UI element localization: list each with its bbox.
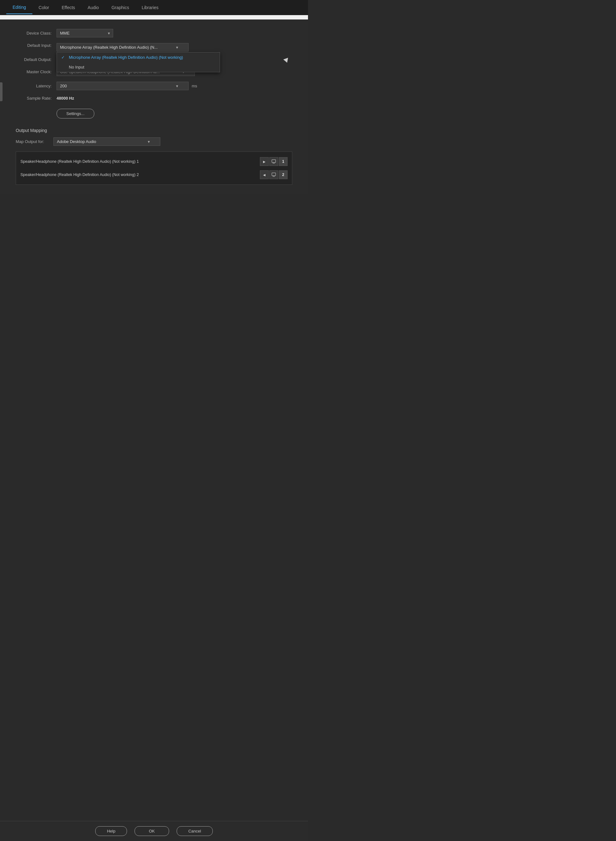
- output-row-2-play-btn[interactable]: ◀: [260, 170, 269, 179]
- output-row-2-monitor-btn[interactable]: [269, 170, 278, 179]
- separator-bar: [0, 15, 308, 19]
- sample-rate-label: Sample Rate:: [16, 96, 57, 101]
- master-clock-label: Master Clock:: [16, 69, 57, 74]
- default-input-dropdown-container: Microphone Array (Realtek High Definitio…: [57, 43, 189, 51]
- output-row-2-label: Speaker/Headphone (Realtek High Definiti…: [21, 173, 260, 177]
- output-mapping-section: Output Mapping Map Output for: Adobe Des…: [16, 128, 292, 185]
- tab-audio[interactable]: Audio: [81, 1, 105, 14]
- latency-label: Latency:: [16, 84, 57, 88]
- output-row-1-label: Speaker/Headphone (Realtek High Definiti…: [21, 159, 260, 164]
- default-input-value: Microphone Array (Realtek High Definitio…: [60, 45, 173, 50]
- sample-rate-value: 48000 Hz: [57, 96, 74, 101]
- device-class-select-wrapper[interactable]: MME ASIO DirectSound ▼: [57, 29, 113, 37]
- tab-effects[interactable]: Effects: [55, 1, 81, 14]
- latency-select[interactable]: 200 ▼: [57, 82, 189, 90]
- tab-libraries[interactable]: Libraries: [135, 1, 165, 14]
- default-input-arrow: ▼: [175, 45, 179, 49]
- latency-value: 200: [60, 84, 173, 88]
- output-row-1-monitor-btn[interactable]: [269, 157, 278, 166]
- output-row-2-controls: ◀ 2: [260, 170, 287, 179]
- menu-item-no-input[interactable]: No Input: [57, 62, 220, 72]
- output-row-1-play-btn[interactable]: ▶: [260, 157, 269, 166]
- latency-row: Latency: 200 ▼ ms: [16, 82, 292, 90]
- default-output-label: Default Output:: [16, 57, 57, 62]
- output-row-1-number: 1: [279, 157, 287, 166]
- latency-unit: ms: [192, 84, 197, 88]
- menu-item-no-input-label: No Input: [69, 65, 84, 69]
- map-output-label: Map Output for:: [16, 139, 53, 144]
- top-navigation: Editing Color Effects Audio Graphics Lib…: [0, 0, 308, 15]
- svg-rect-1: [273, 163, 275, 163]
- output-table: Speaker/Headphone (Realtek High Definiti…: [16, 151, 292, 185]
- latency-arrow: ▼: [175, 84, 179, 88]
- svg-rect-0: [272, 160, 276, 163]
- map-output-row: Map Output for: Adobe Desktop Audio ▼: [16, 137, 292, 146]
- left-scroll-indicator: [0, 82, 3, 101]
- menu-item-mic-array-label: Microphone Array (Realtek High Definitio…: [69, 55, 183, 60]
- output-row-1: Speaker/Headphone (Realtek High Definiti…: [21, 155, 287, 167]
- output-mapping-title: Output Mapping: [16, 128, 292, 133]
- default-input-label: Default Input:: [16, 43, 57, 48]
- svg-rect-2: [272, 173, 276, 176]
- device-class-row: Device Class: MME ASIO DirectSound ▼: [16, 29, 292, 37]
- tab-graphics[interactable]: Graphics: [105, 1, 135, 14]
- map-output-select[interactable]: Adobe Desktop Audio ▼: [53, 137, 160, 146]
- device-class-select[interactable]: MME ASIO DirectSound: [57, 29, 113, 37]
- tab-color[interactable]: Color: [32, 1, 55, 14]
- output-row-2: Speaker/Headphone (Realtek High Definiti…: [21, 169, 287, 181]
- check-icon: ✓: [61, 55, 66, 60]
- svg-rect-3: [273, 176, 275, 177]
- map-output-arrow: ▼: [147, 140, 151, 144]
- no-check-icon: [61, 65, 66, 69]
- default-input-row: Default Input: Microphone Array (Realtek…: [16, 43, 292, 51]
- output-row-1-controls: ▶ 1: [260, 157, 287, 166]
- map-output-value: Adobe Desktop Audio: [57, 139, 145, 144]
- output-row-2-number: 2: [279, 170, 287, 179]
- tab-editing[interactable]: Editing: [6, 1, 32, 14]
- default-input-select[interactable]: Microphone Array (Realtek High Definitio…: [57, 43, 189, 51]
- main-content: Device Class: MME ASIO DirectSound ▼ Def…: [0, 19, 308, 194]
- device-class-label: Device Class:: [16, 31, 57, 35]
- menu-item-mic-array[interactable]: ✓ Microphone Array (Realtek High Definit…: [57, 53, 220, 62]
- settings-button[interactable]: Settings...: [57, 109, 94, 119]
- default-input-menu: ✓ Microphone Array (Realtek High Definit…: [57, 52, 220, 72]
- sample-rate-row: Sample Rate: 48000 Hz: [16, 96, 292, 101]
